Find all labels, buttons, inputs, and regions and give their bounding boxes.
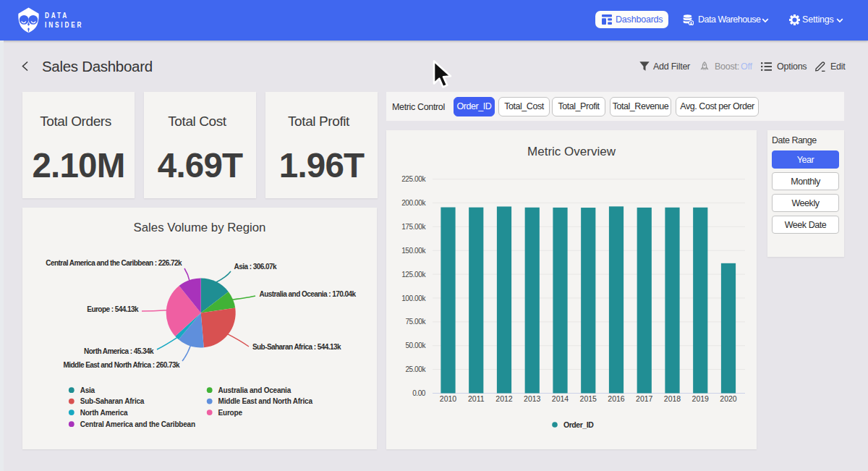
svg-text:Asia : 306.07k: Asia : 306.07k	[234, 263, 277, 271]
svg-text:Middle East and North Africa: Middle East and North Africa	[218, 397, 313, 405]
svg-text:Central America and the Caribb: Central America and the Caribbean	[80, 420, 195, 428]
svg-text:0.00: 0.00	[412, 389, 426, 397]
svg-text:175.00k: 175.00k	[401, 223, 426, 231]
svg-text:2020: 2020	[720, 394, 737, 403]
svg-text:2019: 2019	[692, 394, 710, 403]
svg-text:2018: 2018	[664, 394, 681, 403]
svg-text:Middle East and North Africa :: Middle East and North Africa : 260.73k	[64, 361, 180, 369]
svg-text:Europe: Europe	[218, 409, 243, 417]
svg-text:Asia: Asia	[80, 386, 95, 394]
svg-text:50.00k: 50.00k	[405, 341, 426, 349]
svg-text:North America : 45.34k: North America : 45.34k	[84, 347, 154, 355]
svg-text:North America: North America	[80, 409, 128, 417]
svg-text:Sub-Saharan Africa : 544.13k: Sub-Saharan Africa : 544.13k	[252, 343, 341, 351]
svg-text:2011: 2011	[468, 394, 485, 403]
svg-text:100.00k: 100.00k	[401, 294, 426, 302]
svg-text:75.00k: 75.00k	[405, 318, 426, 326]
svg-text:Australia and Oceania : 170.04: Australia and Oceania : 170.04k	[260, 290, 357, 298]
svg-text:2010: 2010	[440, 394, 457, 403]
svg-text:2017: 2017	[636, 394, 653, 403]
svg-text:125.00k: 125.00k	[401, 271, 426, 279]
svg-text:150.00k: 150.00k	[401, 247, 426, 255]
svg-text:2014: 2014	[552, 394, 569, 403]
svg-text:Sub-Saharan Africa: Sub-Saharan Africa	[80, 397, 145, 405]
svg-text:Australia and Oceania: Australia and Oceania	[218, 386, 292, 394]
svg-text:2012: 2012	[495, 394, 513, 403]
svg-text:200.00k: 200.00k	[401, 199, 426, 207]
svg-text:Order_ID: Order_ID	[563, 420, 594, 429]
svg-text:Central America and the Caribb: Central America and the Caribbean : 226.…	[46, 259, 182, 267]
svg-text:2016: 2016	[608, 394, 625, 403]
svg-text:25.00k: 25.00k	[405, 365, 426, 373]
svg-text:Europe : 544.13k: Europe : 544.13k	[87, 305, 139, 313]
svg-text:2013: 2013	[524, 394, 541, 403]
svg-text:2015: 2015	[580, 394, 597, 403]
svg-text:225.00k: 225.00k	[401, 175, 426, 183]
